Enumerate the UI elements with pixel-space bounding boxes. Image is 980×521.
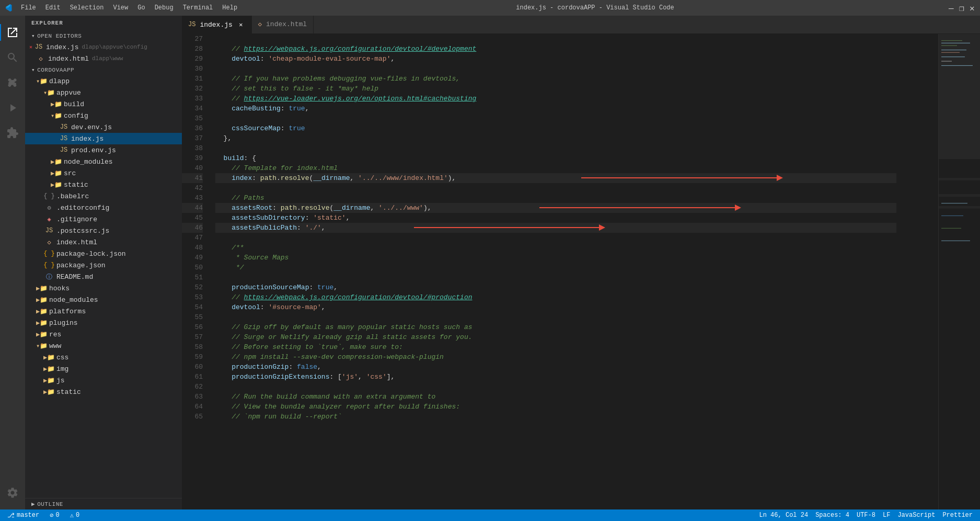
status-encoding[interactable]: UTF-8 — [854, 512, 879, 519]
code-line-48: /** — [215, 243, 896, 253]
main-layout: Explorer ▾ Open Editors ✕ JS index.js dl… — [0, 16, 980, 509]
file-package-json[interactable]: { } package.json — [25, 259, 182, 271]
editor[interactable]: 27 28 29 30 31 32 33 34 35 36 37 38 39 4… — [182, 34, 980, 509]
code-line-45: assetsSubDirectory: 'static', — [215, 213, 896, 223]
close-editor-icon[interactable]: ✕ — [29, 44, 32, 50]
folder-res[interactable]: ▶📁 res — [25, 329, 182, 340]
file-postcssrc[interactable]: JS .postcssrc.js — [25, 225, 182, 236]
file-package-lock-icon: { } — [45, 250, 53, 258]
file-editorconfig[interactable]: ⚙ .editorconfig — [25, 202, 182, 213]
menu-view[interactable]: View — [109, 3, 132, 13]
folder-static-www[interactable]: ▶📁 static — [25, 386, 182, 398]
code-line-43: // Paths — [215, 193, 896, 203]
folder-platforms[interactable]: ▶📁 platforms — [25, 305, 182, 317]
code-editor[interactable]: // https://webpack.js.org/configuration/… — [207, 34, 938, 509]
extensions-activity-icon[interactable] — [0, 120, 25, 145]
folder-js-icon: ▶📁 — [45, 376, 53, 384]
folder-www[interactable]: ▾📁 www — [25, 340, 182, 352]
restore-button[interactable]: ❐ — [959, 5, 965, 11]
arrow-3 — [414, 223, 613, 233]
folder-dlapp-label: dlapp — [49, 77, 70, 85]
source-control-activity-icon[interactable] — [0, 70, 25, 95]
folder-static-appvue-label: static — [64, 181, 88, 189]
folder-plugins[interactable]: ▶📁 plugins — [25, 317, 182, 329]
code-line-35 — [215, 114, 896, 123]
file-babelrc-icon: { } — [45, 192, 53, 200]
file-gitignore[interactable]: ◈ .gitignore — [25, 213, 182, 225]
code-line-27 — [215, 34, 896, 44]
folder-img[interactable]: ▶📁 img — [25, 363, 182, 375]
folder-js[interactable]: ▶📁 js — [25, 375, 182, 386]
status-warnings[interactable]: ⚠ 0 — [67, 512, 83, 519]
file-package-lock[interactable]: { } package-lock.json — [25, 248, 182, 259]
file-prod-env-js[interactable]: JS prod.env.js — [25, 144, 182, 156]
debug-activity-icon[interactable] — [0, 95, 25, 120]
tab-index-js[interactable]: JS index.js ✕ — [182, 16, 252, 33]
menu-file[interactable]: File — [17, 3, 40, 13]
folder-hooks[interactable]: ▶📁 hooks — [25, 282, 182, 294]
cordovaapp-section[interactable]: ▾ CORDOVAAPP — [25, 64, 182, 75]
svg-rect-15 — [941, 203, 967, 203]
folder-img-label: img — [56, 365, 68, 373]
explorer-activity-icon[interactable] — [0, 20, 25, 45]
search-activity-icon[interactable] — [0, 45, 25, 70]
minimize-button[interactable]: — — [949, 5, 955, 11]
open-editors-section[interactable]: ▾ Open Editors — [25, 30, 182, 41]
status-branch[interactable]: ⎇ master — [4, 512, 42, 519]
code-line-62 — [215, 382, 896, 392]
tab-index-js-icon: JS — [188, 21, 195, 28]
menu-edit[interactable]: Edit — [41, 3, 65, 13]
menu-selection[interactable]: Selection — [66, 3, 108, 13]
folder-config[interactable]: ▾📁 config — [25, 110, 182, 121]
menu-help[interactable]: Help — [218, 3, 241, 13]
status-eol[interactable]: LF — [880, 512, 893, 519]
svg-rect-12 — [939, 178, 980, 180]
folder-css[interactable]: ▶📁 css — [25, 352, 182, 363]
menu-debug[interactable]: Debug — [151, 3, 178, 13]
folder-node-modules-root[interactable]: ▶📁 node_modules — [25, 294, 182, 305]
tab-index-html-label: index.html — [266, 20, 307, 28]
status-language[interactable]: JavaScript — [894, 512, 938, 519]
code-line-65: // `npm run build --report` — [215, 412, 896, 422]
file-babelrc[interactable]: { } .babelrc — [25, 190, 182, 202]
folder-src-icon: ▶📁 — [52, 169, 61, 177]
status-spaces[interactable]: Spaces: 4 — [812, 512, 852, 519]
folder-dlapp[interactable]: ▾📁 dlapp — [25, 75, 182, 87]
svg-rect-14 — [939, 206, 980, 209]
folder-build[interactable]: ▶📁 build — [25, 98, 182, 110]
file-index-js-icon: JS — [60, 134, 68, 143]
close-button[interactable]: ✕ — [970, 5, 976, 11]
folder-appvue[interactable]: ▾📁 appvue — [25, 87, 182, 98]
code-line-36: cssSourceMap: true — [215, 123, 896, 133]
outline-section[interactable]: ▶ OUTLINE — [25, 498, 182, 509]
file-dev-env-js-label: dev.env.js — [71, 123, 112, 131]
code-line-61: productionGzipExtensions: ['js', 'css'], — [215, 372, 896, 382]
file-index-js[interactable]: JS index.js — [25, 133, 182, 144]
folder-platforms-icon: ▶📁 — [38, 307, 46, 315]
code-line-52: productionSourceMap: true, — [215, 282, 896, 292]
file-gitignore-icon: ◈ — [45, 215, 53, 223]
status-errors[interactable]: ⊘ 0 — [47, 512, 62, 519]
folder-static-appvue[interactable]: ▶📁 static — [25, 179, 182, 190]
settings-activity-icon[interactable] — [0, 480, 25, 505]
file-index-html[interactable]: ◇ index.html — [25, 236, 182, 248]
tab-index-js-close[interactable]: ✕ — [237, 20, 245, 29]
open-editor-indexjs[interactable]: ✕ JS index.js dlapp\appvue\config — [25, 41, 182, 53]
code-line-46: assetsPublicPath: './', — [215, 223, 896, 233]
menu-go[interactable]: Go — [133, 3, 149, 13]
status-position[interactable]: Ln 46, Col 24 — [756, 512, 812, 519]
minimap[interactable] — [938, 34, 980, 509]
position-label: Ln 46, Col 24 — [759, 512, 809, 519]
folder-node-modules-root-label: node_modules — [49, 296, 98, 304]
folder-node-modules-appvue[interactable]: ▶📁 node_modules — [25, 156, 182, 167]
folder-src[interactable]: ▶📁 src — [25, 167, 182, 179]
tab-index-html[interactable]: ◇ index.html — [252, 16, 314, 33]
open-editor-indexhtml[interactable]: ◇ index.html dlapp\www — [25, 53, 182, 64]
status-formatter[interactable]: Prettier — [939, 512, 976, 519]
open-editor-indexjs-label: index.js — [46, 43, 78, 51]
menu-terminal[interactable]: Terminal — [179, 3, 217, 13]
file-readme[interactable]: ⓘ README.md — [25, 271, 182, 282]
file-dev-env-js[interactable]: JS dev.env.js — [25, 121, 182, 133]
folder-appvue-icon: ▾📁 — [45, 88, 53, 97]
comment-28: // https://webpack.js.org/configuration/… — [215, 44, 476, 54]
